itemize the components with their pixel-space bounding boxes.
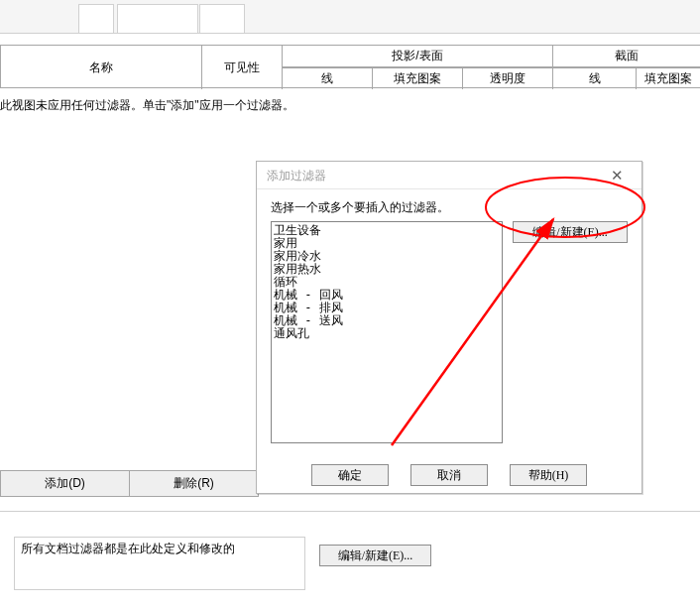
column-visibility: 可见性 xyxy=(202,46,283,89)
divider xyxy=(0,33,700,34)
ribbon-tab-active[interactable] xyxy=(199,4,245,34)
column-line: 线 xyxy=(283,67,373,89)
divider xyxy=(0,511,700,512)
cancel-button[interactable]: 取消 xyxy=(410,464,488,486)
column-group-projection: 投影/表面 xyxy=(283,46,553,67)
add-filter-dialog: 添加过滤器 ✕ 选择一个或多个要插入的过滤器。 卫生设备家用家用冷水家用热水循环… xyxy=(256,161,642,494)
column-line-cut: 线 xyxy=(553,67,637,89)
list-item[interactable]: 家用热水 xyxy=(274,263,500,276)
list-item[interactable]: 通风孔 xyxy=(274,327,500,340)
ribbon-tab[interactable] xyxy=(78,4,114,34)
dialog-prompt: 选择一个或多个要插入的过滤器。 xyxy=(271,199,628,216)
add-button[interactable]: 添加(D) xyxy=(1,471,130,496)
ribbon-tab[interactable] xyxy=(117,4,198,34)
column-pattern: 填充图案 xyxy=(373,67,463,89)
dialog-title: 添加过滤器 xyxy=(267,162,326,189)
dialog-footer: 确定 取消 帮助(H) xyxy=(257,455,642,495)
column-name: 名称 xyxy=(1,46,202,89)
edit-new-button[interactable]: 编辑/新建(E)... xyxy=(319,545,431,566)
footer-description: 所有文档过滤器都是在此处定义和修改的 xyxy=(14,537,305,590)
empty-filters-message: 此视图未应用任何过滤器。单击"添加"应用一个过滤器。 xyxy=(0,97,294,114)
column-transparency: 透明度 xyxy=(463,67,553,89)
close-icon[interactable]: ✕ xyxy=(602,162,632,189)
ribbon-bar xyxy=(0,0,700,34)
ok-button[interactable]: 确定 xyxy=(311,464,389,486)
column-group-cut: 截面 xyxy=(553,46,700,67)
filters-table-header: 名称 可见性 投影/表面 截面 线 填充图案 透明度 线 填充图案 xyxy=(0,45,700,88)
dialog-edit-new-button[interactable]: 编辑/新建(E)... xyxy=(513,221,628,243)
column-pattern-cut: 填充图案 xyxy=(637,67,700,89)
dialog-titlebar: 添加过滤器 ✕ xyxy=(257,162,642,189)
filters-toolbar: 添加(D) 删除(R) xyxy=(0,470,259,497)
delete-button[interactable]: 删除(R) xyxy=(130,471,259,496)
help-button[interactable]: 帮助(H) xyxy=(510,464,587,486)
list-item[interactable]: 卫生设备 xyxy=(274,224,500,237)
filters-listbox[interactable]: 卫生设备家用家用冷水家用热水循环机械 - 回风机械 - 排风机械 - 送风通风孔 xyxy=(271,221,503,443)
